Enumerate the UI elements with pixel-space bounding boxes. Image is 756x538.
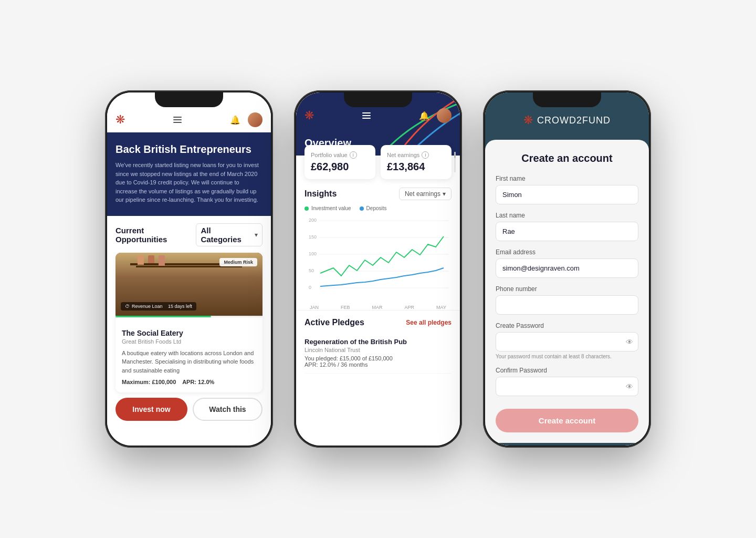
bell-icon[interactable]: 🔔	[230, 115, 240, 125]
portfolio-value: £62,980	[311, 161, 369, 173]
pledge-item: Regeneration of the British Pub Lincoln …	[304, 333, 452, 374]
x-label-mar: MAR	[372, 305, 383, 310]
info-icon-2[interactable]: i	[422, 151, 429, 159]
legend-deposits: Deposits	[360, 205, 387, 211]
insights-section: Insights Net earnings ▾ Investment value	[296, 179, 460, 310]
field-first-name: First name	[496, 175, 638, 204]
menu-icon[interactable]	[173, 117, 182, 123]
hero-banner: Back British Entrepreneurs We've recentl…	[107, 132, 271, 216]
legend-investment-label: Investment value	[311, 205, 351, 211]
line-chart: 200 150 100 50 0	[304, 215, 452, 299]
phone2-header: ❋ 🔔	[304, 108, 452, 123]
label-phone: Phone number	[496, 285, 638, 293]
chevron-down-icon-2: ▾	[443, 190, 446, 198]
company-metrics: Maximum: £100,000 APR: 12.0%	[122, 379, 256, 385]
eye-icon-2[interactable]: 👁	[626, 382, 633, 391]
see-all-link[interactable]: See all pledges	[406, 319, 452, 326]
brand-logo-icon: ❋	[116, 113, 125, 127]
password-hint: Your password must contain at least 8 ch…	[496, 354, 638, 359]
card-body: The Social Eatery Great British Foods Lt…	[116, 323, 262, 386]
menu-icon-2[interactable]	[362, 112, 371, 119]
progress-fill	[116, 316, 211, 317]
label-first-name: First name	[496, 175, 638, 182]
field-email: Email address	[496, 249, 638, 278]
progress-bar	[116, 316, 262, 317]
svg-text:50: 50	[309, 268, 314, 273]
header-right-icons: 🔔	[230, 112, 262, 127]
invest-now-button[interactable]: Invest now	[116, 398, 187, 421]
action-buttons: Invest now Watch this	[107, 398, 271, 431]
svg-text:100: 100	[309, 251, 317, 256]
password-wrapper: 👁	[496, 332, 638, 351]
pledge-detail: You pledged: £15,000 of £150,000	[304, 355, 452, 361]
svg-text:0: 0	[309, 285, 311, 290]
pledges-header: Active Pledges See all pledges	[304, 318, 452, 327]
phone-2: ❋ 🔔 Overview	[294, 90, 462, 448]
info-icon[interactable]: i	[350, 151, 357, 159]
portfolio-label: Portfolio value i	[311, 151, 369, 159]
opp-title: Current Opportunities	[116, 226, 196, 244]
chart-area: 200 150 100 50 0	[304, 215, 452, 299]
phones-container: ❋ 🔔 Back British Entrepreneurs We've rec…	[84, 59, 672, 479]
label-email: Email address	[496, 249, 638, 256]
input-confirm-password[interactable]	[496, 377, 638, 396]
earnings-card: Net earnings i £13,864	[381, 145, 452, 179]
field-phone: Phone number	[496, 285, 638, 315]
logo-icon-3: ❋	[523, 113, 533, 127]
input-password[interactable]	[496, 332, 638, 351]
dropdown-label: Net earnings	[405, 190, 440, 198]
hero-description: We've recently started listing new loans…	[116, 161, 262, 204]
legend-dot-deposits	[360, 206, 364, 211]
category-dropdown[interactable]: All Categories ▾	[196, 223, 262, 246]
watch-this-button[interactable]: Watch this	[193, 398, 262, 421]
input-phone[interactable]	[496, 295, 638, 315]
screen-3: ❋ CROWD2FUND Create an account First nam…	[485, 92, 649, 446]
pledge-name: Regeneration of the British Pub	[304, 338, 452, 346]
x-label-feb: FEB	[341, 305, 350, 310]
portfolio-card: Portfolio value i £62,980	[304, 145, 375, 179]
field-confirm-password: Confirm Password 👁	[496, 367, 638, 396]
insights-dropdown[interactable]: Net earnings ▾	[399, 188, 452, 200]
phone-3: ❋ CROWD2FUND Create an account First nam…	[483, 90, 651, 448]
x-label-apr: APR	[405, 305, 415, 310]
chart-x-labels: JAN FEB MAR APR MAY	[304, 305, 452, 310]
brand-logo-icon-2: ❋	[304, 109, 314, 122]
insights-header: Insights Net earnings ▾	[304, 188, 452, 200]
card-image: Medium Risk ⏱ Revenue Loan 15 days left	[116, 253, 262, 316]
opportunity-card: Medium Risk ⏱ Revenue Loan 15 days left	[116, 253, 262, 393]
pledge-org: Lincoln National Trust	[304, 347, 452, 353]
apr-label: APR: 12.0%	[182, 379, 214, 385]
notch-3	[533, 92, 601, 107]
svg-text:150: 150	[309, 234, 317, 240]
input-email[interactable]	[496, 258, 638, 278]
form-title: Create an account	[496, 152, 638, 164]
stats-row: Portfolio value i £62,980 Net earnings i…	[296, 145, 460, 179]
insights-title: Insights	[304, 189, 337, 199]
loan-type: Revenue Loan	[132, 304, 163, 309]
company-name: The Social Eatery	[122, 329, 256, 337]
avatar[interactable]	[248, 112, 262, 127]
jars-decor	[138, 255, 165, 266]
input-last-name[interactable]	[496, 222, 638, 241]
notch-1	[155, 92, 223, 107]
avatar-2[interactable]	[437, 108, 452, 123]
category-label: All Categories	[201, 226, 253, 244]
crowd2fund-logo: ❋ CROWD2FUND	[523, 113, 611, 127]
risk-badge: Medium Risk	[219, 258, 257, 266]
field-last-name: Last name	[496, 212, 638, 241]
x-label-jan: JAN	[310, 305, 319, 310]
eye-icon[interactable]: 👁	[626, 338, 633, 346]
chevron-down-icon: ▾	[255, 231, 258, 239]
bell-icon-2[interactable]: 🔔	[419, 111, 429, 121]
confirm-password-wrapper: 👁	[496, 377, 638, 396]
legend-deposits-label: Deposits	[366, 205, 387, 211]
clock-icon: ⏱	[125, 304, 130, 309]
loan-tag: ⏱ Revenue Loan 15 days left	[121, 302, 196, 311]
earnings-value: £13,864	[387, 161, 445, 173]
maximum-label: Maximum: £100,000	[122, 379, 176, 385]
create-account-button[interactable]: Create account	[496, 409, 638, 432]
phone-1: ❋ 🔔 Back British Entrepreneurs We've rec…	[105, 90, 273, 448]
field-password: Create Password 👁 Your password must con…	[496, 322, 638, 359]
notch-2	[344, 92, 412, 107]
input-first-name[interactable]	[496, 185, 638, 204]
